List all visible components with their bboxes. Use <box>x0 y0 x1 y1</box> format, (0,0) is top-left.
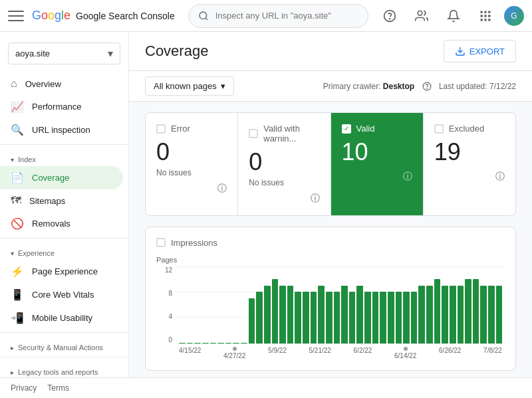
crawler-label: Primary crawler: <box>323 82 381 91</box>
search-input[interactable] <box>215 11 358 21</box>
users-icon <box>415 9 428 23</box>
card-warning-status: No issues <box>249 178 319 187</box>
bar-38 <box>473 279 479 343</box>
x-tick-4: 5/21/22 <box>309 347 331 359</box>
apps-icon <box>479 9 492 23</box>
card-warning-header: Valid with warnin... <box>249 124 319 144</box>
card-excluded-checkbox <box>434 124 444 134</box>
collapse-icon-2: ▾ <box>11 250 14 257</box>
card-error[interactable]: Error 0 No issues ⓘ <box>146 113 238 215</box>
logo-area: Google Google Search Console <box>32 9 175 23</box>
page-title: Coverage <box>145 43 208 60</box>
sidebar-item-overview-label: Overview <box>25 79 61 89</box>
card-excluded-info-icon[interactable]: ⓘ <box>495 171 505 183</box>
bar-20 <box>334 292 340 344</box>
divider-security <box>0 332 128 333</box>
card-valid-label: Valid <box>356 124 375 134</box>
apps-button[interactable] <box>472 3 499 29</box>
sidebar-item-overview[interactable]: ⌂ Overview <box>0 72 123 95</box>
sidebar-item-url-label: URL inspection <box>32 125 90 135</box>
core-web-icon: 📱 <box>11 288 24 301</box>
sidebar-item-core-web-vitals[interactable]: 📱 Core Web Vitals <box>0 283 123 306</box>
x-tick-6: 6/14/22 <box>394 347 416 359</box>
svg-rect-7 <box>488 11 490 13</box>
card-valid[interactable]: ✓ Valid 10 ⓘ <box>331 113 424 215</box>
svg-rect-5 <box>481 11 483 13</box>
card-warning-label: Valid with warnin... <box>263 124 319 144</box>
bar-6 <box>225 343 232 344</box>
search-icon <box>198 11 209 21</box>
experience-section-label[interactable]: ▾ Experience <box>0 241 128 260</box>
last-updated: Last updated: 7/12/22 <box>439 82 516 91</box>
home-icon: ⌂ <box>11 78 17 90</box>
card-excluded-label: Excluded <box>449 124 484 134</box>
bar-13 <box>279 286 286 344</box>
terms-link[interactable]: Terms <box>47 383 69 393</box>
experience-label: Experience <box>18 249 55 257</box>
sidebar-item-performance[interactable]: 📈 Performance <box>0 95 123 118</box>
filter-bar: All known pages ▾ Primary crawler: Deskt… <box>129 71 532 102</box>
filter-chevron-icon: ▾ <box>221 81 225 91</box>
bar-37 <box>465 279 471 343</box>
security-section-label[interactable]: ▸ Security & Manual Actions <box>0 336 128 354</box>
y-axis: 12 8 4 0 <box>156 266 175 344</box>
svg-rect-8 <box>481 15 483 17</box>
svg-rect-11 <box>481 19 483 21</box>
bar-32 <box>426 286 433 344</box>
filter-button[interactable]: All known pages ▾ <box>145 76 234 96</box>
card-warning[interactable]: Valid with warnin... 0 No issues ⓘ <box>238 113 331 215</box>
crawler-value: Desktop <box>383 82 414 91</box>
bar-2 <box>194 343 201 344</box>
legacy-section-label[interactable]: ▸ Legacy tools and reports <box>0 360 128 377</box>
sidebar-item-mobile-usability[interactable]: 📲 Mobile Usability <box>0 306 123 330</box>
card-error-status: No issues <box>156 168 227 177</box>
coverage-icon: 📄 <box>11 171 24 184</box>
sitemap-icon: 🗺 <box>11 195 21 207</box>
bar-12 <box>272 279 279 343</box>
index-section-label[interactable]: ▾ Index <box>0 148 128 166</box>
site-selector[interactable]: aoya.site ▾ <box>8 43 120 64</box>
sidebar-item-performance-label: Performance <box>32 102 81 112</box>
grid-line-0 <box>176 344 505 344</box>
bars-container <box>176 266 505 344</box>
content-header: Coverage EXPORT <box>129 32 532 71</box>
index-label: Index <box>18 155 36 163</box>
divider-legacy <box>0 357 128 357</box>
sidebar-item-page-experience[interactable]: ⚡ Page Experience <box>0 260 123 283</box>
y-tick-0: 0 <box>168 336 172 344</box>
bar-40 <box>488 286 495 344</box>
help-button[interactable] <box>376 3 403 29</box>
bar-33 <box>434 279 441 343</box>
card-valid-info-icon[interactable]: ⓘ <box>403 171 412 183</box>
export-button[interactable]: EXPORT <box>444 40 516 62</box>
sidebar-item-coverage-label: Coverage <box>32 173 69 183</box>
card-warning-info-icon[interactable]: ⓘ <box>311 193 320 205</box>
sidebar-item-coverage[interactable]: 📄 Coverage <box>0 166 123 189</box>
search-bar[interactable] <box>188 4 368 28</box>
bell-icon <box>447 9 460 23</box>
sidebar-item-sitemaps[interactable]: 🗺 Sitemaps <box>0 189 123 212</box>
card-error-count: 0 <box>156 139 227 165</box>
sidebar-item-removals[interactable]: 🚫 Removals <box>0 212 123 235</box>
bar-7 <box>233 343 239 344</box>
card-excluded[interactable]: Excluded 19 ⓘ <box>424 113 515 215</box>
sidebar-item-page-exp-label: Page Experience <box>32 266 98 276</box>
card-error-info-icon[interactable]: ⓘ <box>217 183 227 195</box>
legacy-label: Legacy tools and reports <box>18 368 98 376</box>
menu-button[interactable] <box>8 8 24 24</box>
bar-31 <box>418 286 425 344</box>
bar-30 <box>411 292 418 344</box>
download-icon <box>455 46 466 56</box>
bar-24 <box>364 292 371 344</box>
sidebar-item-url-inspection[interactable]: 🔍 URL inspection <box>0 118 123 142</box>
bar-19 <box>326 292 332 344</box>
svg-point-4 <box>418 11 422 15</box>
bar-15 <box>295 292 301 344</box>
chart-checkbox[interactable] <box>156 238 166 247</box>
privacy-link[interactable]: Privacy <box>11 383 37 393</box>
svg-point-0 <box>200 12 207 19</box>
notifications-button[interactable] <box>440 3 467 29</box>
card-error-header: Error <box>156 124 227 134</box>
avatar[interactable]: G <box>504 6 524 26</box>
users-button[interactable] <box>408 3 435 29</box>
